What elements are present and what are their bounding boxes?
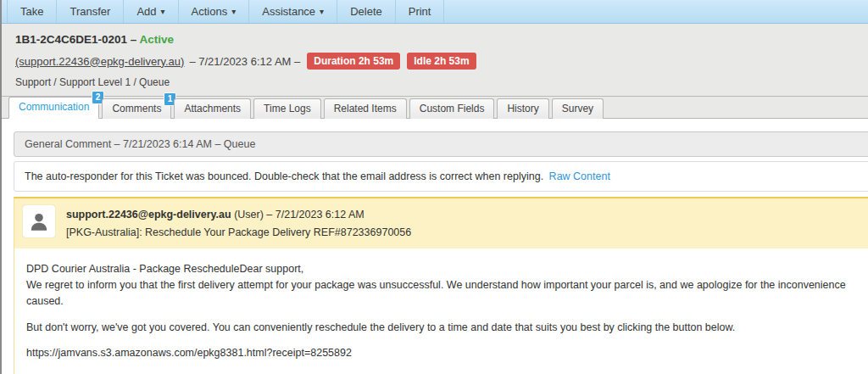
add-menu-button[interactable]: Add ▾ [124, 0, 178, 23]
ticket-tabbar: Communication 2 Comments 1 Attachments T… [2, 97, 868, 119]
email-article: support.22436@epkg-delivery.au (User) – … [14, 197, 868, 374]
tab-label: Related Items [334, 103, 397, 114]
duration-badge: Duration 2h 53m [307, 53, 400, 70]
ticket-id: 1B1-2C4C6DE1-0201 [15, 33, 127, 46]
take-button[interactable]: Take [7, 0, 57, 23]
email-article-header[interactable]: support.22436@epkg-delivery.au (User) – … [14, 198, 868, 248]
tab-related-items[interactable]: Related Items [324, 98, 407, 119]
ticket-meta-line: (support.22436@epkg-delivery.au) – 7/21/… [15, 53, 854, 70]
transfer-button-label: Transfer [70, 5, 110, 18]
add-menu-label: Add [136, 5, 156, 18]
email-header-text: support.22436@epkg-delivery.au (User) – … [66, 205, 411, 241]
action-toolbar: Take Transfer Add ▾ Actions ▾ Assistance… [2, 0, 868, 24]
tab-custom-fields[interactable]: Custom Fields [409, 98, 495, 119]
take-button-label: Take [20, 5, 43, 18]
tab-label: Time Logs [264, 103, 311, 114]
email-from-line: support.22436@epkg-delivery.au (User) – … [66, 206, 411, 224]
queue-breadcrumb: Support / Support Level 1 / Queue [15, 76, 854, 88]
tab-survey[interactable]: Survey [552, 98, 604, 119]
bounce-notice: The auto-responder for this Ticket was b… [14, 161, 868, 192]
title-dash: – [131, 33, 137, 46]
tab-label: Attachments [184, 103, 241, 114]
avatar [23, 205, 55, 237]
tab-label: Comments [112, 103, 161, 114]
requester-email-link[interactable]: (support.22436@epkg-delivery.au) [15, 55, 184, 68]
email-body-line: We regret to inform you that the first d… [26, 277, 860, 310]
email-sender-meta: (User) – 7/21/2023 6:12 AM [234, 209, 364, 220]
email-body-line: But don't worry, we've got you covered. … [26, 320, 860, 336]
delete-button-label: Delete [350, 5, 382, 18]
general-comment-bar[interactable]: General Comment – 7/21/2023 6:14 AM – Qu… [14, 131, 868, 157]
general-comment-text: General Comment – 7/21/2023 6:14 AM – Qu… [25, 138, 255, 150]
ticket-title: 1B1-2C4C6DE1-0201 – Active [15, 33, 854, 46]
email-subject: [PKG-Australia]: Reschedule Your Package… [66, 224, 411, 242]
transfer-button[interactable]: Transfer [57, 0, 124, 23]
bounce-notice-text: The auto-responder for this Ticket was b… [25, 170, 543, 182]
email-paragraph: DPD Courier Australia - Package Reschedu… [26, 261, 860, 309]
email-paragraph: But don't worry, we've got you covered. … [26, 320, 860, 336]
tab-label: Custom Fields [420, 103, 485, 114]
ticket-date: – 7/21/2023 6:12 AM – [189, 55, 300, 68]
raw-content-link[interactable]: Raw Content [549, 170, 610, 182]
tab-label: Communication [19, 101, 89, 113]
tab-comments[interactable]: Comments 1 [102, 98, 171, 119]
ticket-window: Take Transfer Add ▾ Actions ▾ Assistance… [0, 0, 868, 374]
tab-time-logs[interactable]: Time Logs [253, 98, 321, 119]
person-icon [28, 210, 50, 232]
status-label: Active [140, 33, 175, 46]
chevron-down-icon: ▾ [231, 8, 236, 16]
email-sender: support.22436@epkg-delivery.au [66, 209, 231, 220]
reschedule-url-text: https://jamvans.s3.amazonaws.com/epkg838… [26, 345, 860, 361]
delete-button[interactable]: Delete [337, 0, 396, 23]
idle-badge: Idle 2h 53m [407, 53, 476, 70]
actions-menu-label: Actions [192, 5, 228, 18]
email-body: DPD Courier Australia - Package Reschedu… [14, 248, 868, 374]
tab-communication[interactable]: Communication 2 [8, 97, 99, 119]
tab-history[interactable]: History [497, 98, 548, 119]
actions-menu-button[interactable]: Actions ▾ [179, 0, 250, 23]
assistance-menu-label: Assistance [262, 5, 315, 18]
assistance-menu-button[interactable]: Assistance ▾ [249, 0, 337, 23]
print-button-label: Print [409, 5, 431, 18]
email-body-line: DPD Courier Australia - Package Reschedu… [26, 261, 860, 277]
communication-panel: General Comment – 7/21/2023 6:14 AM – Qu… [2, 119, 868, 374]
chevron-down-icon: ▾ [320, 8, 324, 16]
ticket-header: 1B1-2C4C6DE1-0201 – Active (support.2243… [2, 24, 868, 97]
tab-label: Survey [562, 103, 593, 114]
print-button[interactable]: Print [396, 0, 445, 23]
tab-label: History [507, 103, 538, 114]
chevron-down-icon: ▾ [161, 8, 165, 16]
email-paragraph: https://jamvans.s3.amazonaws.com/epkg838… [26, 345, 860, 361]
tab-attachments[interactable]: Attachments [174, 98, 251, 119]
